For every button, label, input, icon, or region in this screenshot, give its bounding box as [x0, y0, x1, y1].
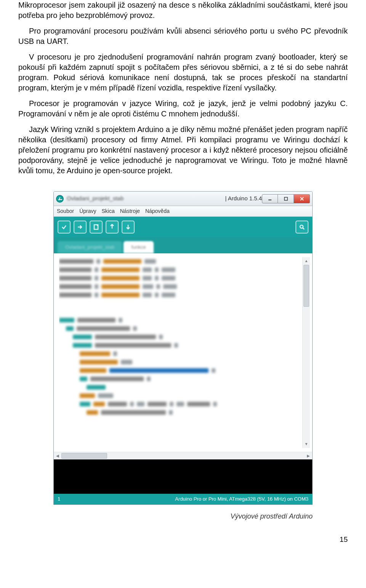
svg-rect-1: [284, 197, 287, 200]
paragraph-2: Pro programování procesoru používám kvůl…: [18, 26, 348, 47]
svg-line-9: [303, 228, 304, 229]
ide-tabs: Ovladani_projekt_stab funkce: [54, 237, 312, 253]
paragraph-5: Jazyk Wiring vznikl s projektem Arduino …: [18, 124, 348, 176]
ide-toolbar: [54, 217, 312, 237]
vertical-scrollbar[interactable]: ▲ ▼: [302, 257, 310, 448]
menu-tools[interactable]: Nástroje: [120, 208, 140, 215]
new-sketch-button[interactable]: [90, 221, 103, 234]
maximize-button[interactable]: [278, 194, 294, 203]
ide-window: Ovladani_projekt_stab | Arduino 1.5.4 So…: [53, 191, 313, 505]
open-sketch-button[interactable]: [106, 221, 119, 234]
close-button[interactable]: [294, 194, 310, 203]
paragraph-3: V procesoru je pro zjednodušení programo…: [18, 52, 348, 93]
tab-main[interactable]: Ovladani_projekt_stab: [58, 241, 122, 253]
save-sketch-button[interactable]: [122, 221, 135, 234]
ide-menubar: Soubor Úpravy Skica Nástroje Nápověda: [54, 206, 312, 217]
svg-point-8: [300, 225, 303, 228]
horizontal-scrollbar[interactable]: ◀ ▶: [54, 452, 312, 459]
scroll-thumb-v[interactable]: [303, 265, 309, 307]
window-title-clear: | Arduino 1.5.4: [225, 195, 262, 202]
paragraph-1: Mikroprocesor jsem zakoupil již osazený …: [18, 0, 348, 21]
status-line-number: 1: [58, 496, 60, 503]
upload-button[interactable]: [74, 221, 87, 234]
minimize-button[interactable]: [262, 194, 278, 203]
code-area[interactable]: [59, 257, 302, 448]
menu-edit[interactable]: Úpravy: [79, 208, 96, 215]
ide-console: [54, 459, 312, 494]
figure-arduino-ide: Ovladani_projekt_stab | Arduino 1.5.4 So…: [53, 191, 313, 521]
serial-monitor-button[interactable]: [295, 221, 308, 234]
scroll-thumb-h[interactable]: [61, 453, 107, 459]
paragraph-4: Procesor je programován v jazyce Wiring,…: [18, 98, 348, 119]
menu-sketch[interactable]: Skica: [102, 208, 115, 215]
figure-caption: Vývojové prostředí Arduino: [53, 512, 313, 521]
status-board-info: Arduino Pro or Pro Mini, ATmega328 (5V, …: [175, 496, 308, 503]
scroll-left-icon[interactable]: ◀: [54, 452, 61, 459]
page-number: 15: [18, 535, 348, 545]
menu-file[interactable]: Soubor: [57, 208, 74, 215]
scroll-up-icon[interactable]: ▲: [303, 257, 310, 265]
verify-button[interactable]: [58, 221, 71, 234]
window-title-blurred: Ovladani_projekt_stab: [67, 195, 224, 202]
ide-editor[interactable]: ▲ ▼: [54, 253, 312, 452]
menu-help[interactable]: Nápověda: [145, 208, 170, 215]
arduino-app-icon: [56, 195, 64, 203]
ide-statusbar: 1 Arduino Pro or Pro Mini, ATmega328 (5V…: [54, 494, 312, 504]
ide-titlebar: Ovladani_projekt_stab | Arduino 1.5.4: [54, 192, 312, 206]
scroll-down-icon[interactable]: ▼: [303, 440, 310, 448]
tab-funkce[interactable]: funkce: [124, 241, 153, 253]
scroll-right-icon[interactable]: ▶: [305, 452, 312, 459]
